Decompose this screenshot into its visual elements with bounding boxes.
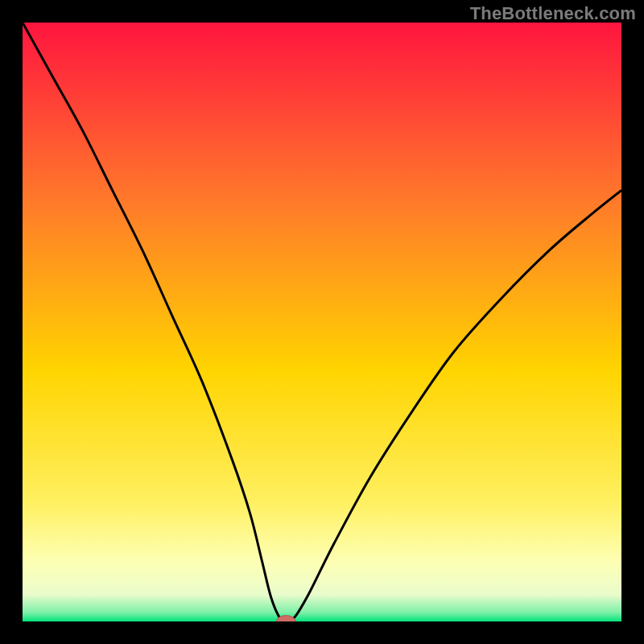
plot-area — [23, 23, 621, 621]
watermark-text: TheBottleneck.com — [470, 3, 636, 24]
bottleneck-chart — [23, 23, 621, 621]
gradient-background — [23, 23, 621, 621]
chart-frame: TheBottleneck.com — [0, 0, 644, 644]
